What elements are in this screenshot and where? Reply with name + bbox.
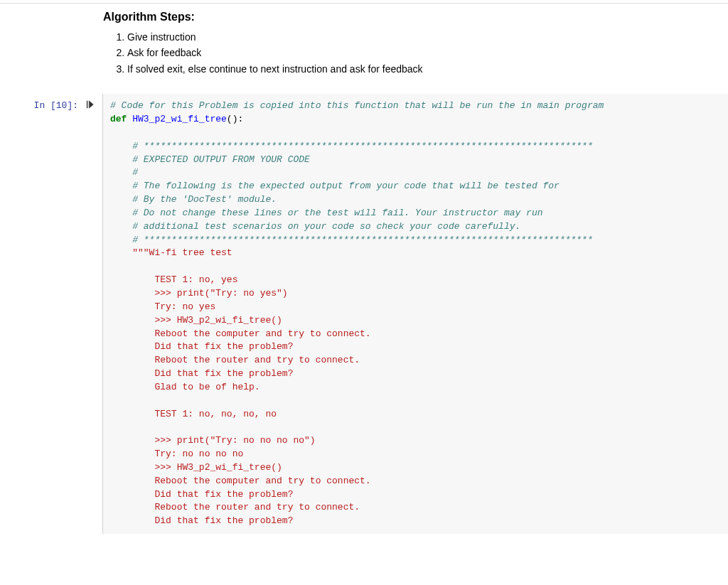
- func-parens: ():: [227, 114, 243, 124]
- code-comment: # Code for this Problem is copied into t…: [110, 100, 604, 111]
- algo-step-3: If solved exit, else continue to next in…: [127, 61, 714, 77]
- docstring-10: Glad to be of help.: [132, 382, 259, 392]
- body-comment-3: # The following is the expected output f…: [132, 181, 560, 191]
- code-cell: In [10]: # Code for this Problem is copi…: [0, 94, 728, 534]
- docstring-18: Did that fix the problem?: [132, 489, 293, 500]
- docstring-19: Reboot the router and try to connect.: [132, 502, 360, 512]
- markdown-cell: Algorithm Steps: Give instruction Ask fo…: [89, 11, 728, 94]
- top-divider: [0, 3, 728, 4]
- body-comment-6: # additional test scenarios on your code…: [132, 221, 520, 232]
- docstring-15: Try: no no no no: [132, 449, 243, 459]
- algorithm-steps-heading: Algorithm Steps:: [103, 11, 714, 23]
- docstring-14: >>> print("Try: no no no no"): [132, 435, 315, 446]
- body-comment-2: #: [132, 167, 138, 178]
- input-prompt: In [10]:: [0, 94, 85, 111]
- algo-step-1: Give instruction: [127, 29, 714, 45]
- docstring-20: Did that fix the problem?: [132, 515, 293, 526]
- docstring-2: TEST 1: no, yes: [132, 274, 237, 285]
- algorithm-steps-list: Give instruction Ask for feedback If sol…: [127, 29, 714, 77]
- body-comment-5: # Do not change these lines or the test …: [132, 208, 542, 218]
- body-comment-1: # EXPECTED OUTPUT FROM YOUR CODE: [132, 154, 310, 165]
- run-cell-icon[interactable]: [85, 94, 102, 112]
- docstring-17: Reboot the computer and try to connect.: [132, 476, 370, 486]
- def-keyword: def: [110, 114, 127, 124]
- docstring-16: >>> HW3_p2_wi_fi_tree(): [132, 462, 282, 473]
- code-editor[interactable]: # Code for this Problem is copied into t…: [102, 94, 728, 534]
- docstring-12: TEST 1: no, no, no, no: [132, 409, 277, 419]
- body-comment-7: # **************************************…: [132, 235, 593, 245]
- docstring-8: Reboot the router and try to connect.: [132, 355, 360, 365]
- docstring-7: Did that fix the problem?: [132, 341, 293, 352]
- docstring-3: >>> print("Try: no yes"): [132, 288, 287, 299]
- body-comment-4: # By the 'DocTest' module.: [132, 194, 277, 205]
- docstring-0: """Wi-fi tree test: [132, 247, 232, 258]
- docstring-5: >>> HW3_p2_wi_fi_tree(): [132, 315, 282, 326]
- docstring-9: Did that fix the problem?: [132, 368, 293, 379]
- body-comment-0: # **************************************…: [132, 141, 593, 151]
- function-name: HW3_p2_wi_fi_tree: [132, 114, 227, 124]
- docstring-4: Try: no yes: [132, 301, 215, 312]
- algo-step-2: Ask for feedback: [127, 45, 714, 60]
- docstring-6: Reboot the computer and try to connect.: [132, 328, 370, 339]
